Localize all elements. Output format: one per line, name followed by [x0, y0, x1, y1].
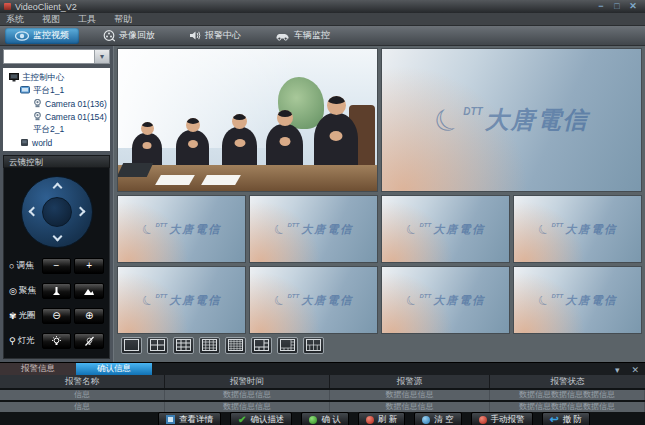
ptz-row-light: ⚲灯光: [9, 333, 104, 349]
menu-tools[interactable]: 工具: [78, 13, 96, 26]
video-cell-logo[interactable]: ☾DTT大唐電信: [513, 266, 642, 334]
focus-ring-icon: ◎: [9, 286, 17, 296]
title-bar: VideoClient_V2 − □ ✕: [0, 0, 645, 13]
view-details-button[interactable]: 查看详情: [158, 412, 221, 425]
collapse-panel-icon[interactable]: ▾: [615, 365, 620, 375]
video-cell-live[interactable]: [117, 48, 378, 192]
close-button[interactable]: ✕: [625, 1, 641, 12]
layout-1-7-button[interactable]: [277, 337, 298, 354]
near-focus-icon: [51, 286, 62, 296]
tab-playback[interactable]: 录像回放: [93, 28, 165, 44]
layout-6-icon: [306, 339, 321, 351]
menu-help[interactable]: 帮助: [114, 13, 132, 26]
alarm-panel: 报警信息 确认信息 ▾ ✕ 报警名称 报警时间 报警源 报警状态 信息 数据信息…: [0, 362, 645, 425]
ptz-left-arrow[interactable]: [28, 207, 38, 217]
zoom-in-button[interactable]: +: [74, 258, 104, 274]
world-icon: [20, 138, 29, 147]
ptz-hub[interactable]: [42, 197, 72, 227]
layout-1-button[interactable]: [121, 337, 142, 354]
iris-icon: ✾: [9, 311, 17, 321]
ptz-right-arrow[interactable]: [75, 207, 85, 217]
tab-alarm-info[interactable]: 报警信息: [0, 363, 76, 375]
col-alarm-name: 报警名称: [0, 375, 165, 388]
layout-9-button[interactable]: [173, 337, 194, 354]
eye-icon: [15, 31, 29, 41]
tree-node-label: Camera 01(154): [45, 112, 107, 122]
layout-16-button[interactable]: [199, 337, 220, 354]
iris-open-button[interactable]: ⊕: [74, 308, 104, 324]
layout-4-button[interactable]: [147, 337, 168, 354]
manual-alarm-button[interactable]: 手动报警: [471, 412, 533, 425]
dtt-watermark: ☾DTT大唐電信: [514, 196, 641, 262]
confirm-button[interactable]: 确 认: [301, 412, 348, 425]
tree-node-camera-136[interactable]: Camera 01(136): [7, 97, 110, 110]
far-focus-icon: [83, 287, 95, 296]
disarm-button[interactable]: ↩ 撤 防: [542, 412, 591, 425]
app-window: VideoClient_V2 − □ ✕ 系统 视图 工具 帮助 监控视频 录像…: [0, 0, 645, 425]
combobox-value[interactable]: [4, 50, 94, 63]
tree-node-platform-1[interactable]: 平台1_1: [7, 84, 110, 97]
tree-node-label: Camera 01(136): [45, 99, 107, 109]
ptz-down-arrow[interactable]: [52, 232, 62, 242]
focus-near-button[interactable]: [42, 283, 72, 299]
focus-far-button[interactable]: [74, 283, 104, 299]
menu-view[interactable]: 视图: [42, 13, 60, 26]
confirm-description-button[interactable]: ✔ 确认描述: [230, 412, 292, 425]
red-dot-icon: [479, 416, 487, 424]
tree-node-platform-2[interactable]: 平台2_1: [7, 123, 110, 136]
layout-1-5-icon: [254, 339, 269, 351]
bulb-icon: ⚲: [9, 336, 16, 346]
video-cell-logo[interactable]: ☾DTT大唐電信: [381, 266, 510, 334]
clear-button[interactable]: 清 空: [414, 412, 461, 425]
light-off-icon: [84, 336, 95, 347]
light-off-button[interactable]: [74, 333, 104, 349]
col-alarm-time: 报警时间: [165, 375, 330, 388]
dtt-watermark: ☾DTT大唐電信: [118, 267, 245, 333]
dtt-watermark: ☾DTT大唐電信: [250, 196, 377, 262]
video-area: ☾ DTT 大唐電信 ☾DTT大唐電信 ☾DTT大唐電信 ☾DTT大唐電信 ☾D…: [114, 46, 645, 362]
video-cell-logo[interactable]: ☾DTT大唐電信: [381, 195, 510, 263]
ptz-dpad[interactable]: [21, 176, 93, 248]
video-cell-logo[interactable]: ☾DTT大唐電信: [117, 195, 246, 263]
tab-monitor-video[interactable]: 监控视频: [5, 28, 79, 44]
crescent-icon: ☾: [139, 291, 156, 310]
iris-close-button[interactable]: ⊖: [42, 308, 72, 324]
close-panel-icon[interactable]: ✕: [631, 365, 639, 375]
tab-alarm-center[interactable]: 报警中心: [179, 28, 251, 44]
video-cell-logo[interactable]: ☾DTT大唐電信: [249, 266, 378, 334]
light-on-button[interactable]: [42, 333, 72, 349]
layout-6-button[interactable]: [303, 337, 324, 354]
layout-1-5-button[interactable]: [251, 337, 272, 354]
tree-node-world-2[interactable]: world: [7, 149, 110, 151]
table-row[interactable]: 信息 数据信息信息 数据信息信息 数据信息数据信息数据信息: [0, 402, 645, 412]
alarm-table: 报警名称 报警时间 报警源 报警状态 信息 数据信息信息 数据信息信息 数据信息…: [0, 375, 645, 412]
layout-25-button[interactable]: [225, 337, 246, 354]
dtt-watermark: ☾DTT大唐電信: [382, 196, 509, 262]
ptz-row-focus: ◎聚焦: [9, 283, 104, 299]
minimize-button[interactable]: −: [593, 1, 609, 12]
tab-label: 报警中心: [205, 29, 241, 42]
ptz-panel-header[interactable]: 云镜控制: [3, 155, 110, 168]
tab-vehicle-monitor[interactable]: 车辆监控: [265, 28, 340, 44]
video-cell-logo[interactable]: ☾DTT大唐電信: [249, 195, 378, 263]
refresh-button[interactable]: 刷 新: [358, 412, 405, 425]
crescent-icon: ☾: [139, 220, 156, 239]
video-cell-logo[interactable]: ☾ DTT 大唐電信: [381, 48, 642, 192]
layout-16-icon: [202, 339, 217, 351]
tree-node-control-center[interactable]: 主控制中心: [7, 71, 110, 84]
chevron-down-icon[interactable]: ▾: [94, 50, 109, 63]
ptz-up-arrow[interactable]: [52, 183, 62, 193]
maximize-button[interactable]: □: [609, 1, 625, 12]
video-cell-logo[interactable]: ☾DTT大唐電信: [513, 195, 642, 263]
tree-node-camera-154[interactable]: Camera 01(154): [7, 110, 110, 123]
table-row[interactable]: 信息 数据信息信息 数据信息信息 数据信息数据信息数据信息: [0, 390, 645, 400]
menu-system[interactable]: 系统: [6, 13, 24, 26]
tree-node-world-1[interactable]: world: [7, 136, 110, 149]
ptz-row-label: 光圈: [19, 310, 36, 322]
device-search-combobox[interactable]: ▾: [3, 49, 110, 64]
crescent-icon: ☾: [428, 98, 468, 142]
tab-confirm-info[interactable]: 确认信息: [76, 363, 152, 375]
dtt-watermark: ☾ DTT 大唐電信: [382, 49, 641, 191]
zoom-out-button[interactable]: −: [42, 258, 72, 274]
video-cell-logo[interactable]: ☾DTT大唐電信: [117, 266, 246, 334]
